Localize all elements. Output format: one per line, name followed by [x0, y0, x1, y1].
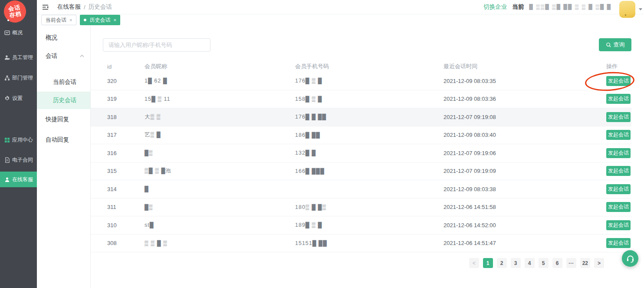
- breadcrumb-separator: /: [84, 4, 85, 10]
- start-session-button[interactable]: 发起会话: [606, 220, 631, 230]
- cell-time: 2021-12-06 14:51:58: [444, 204, 606, 210]
- customer-service-icon: [4, 176, 10, 182]
- submenu-item-auto-replies[interactable]: 自动回复: [37, 131, 90, 149]
- cell-nickname: █▒: [145, 150, 295, 156]
- cell-nickname: ▒█ ▒ █泡: [145, 167, 295, 175]
- start-session-button[interactable]: 发起会话: [606, 94, 631, 104]
- table-row: 310 st█ 189█ ▒ █ 2021-12-06 14:52:00 发起会…: [91, 216, 631, 235]
- contract-icon: [4, 157, 10, 163]
- apps-grid-icon: [4, 137, 10, 143]
- page-button[interactable]: >: [594, 258, 604, 268]
- headset-icon: [626, 254, 635, 263]
- sidebar-item-staff[interactable]: 员工管理: [0, 50, 37, 65]
- header-right: 切换企业 当前 █ ▒▒█ ▒█ ██ ▒ ▒ █ ▒█ █: [483, 3, 611, 11]
- start-session-button[interactable]: 发起会话: [606, 238, 631, 248]
- cell-nickname: 艺▒ █: [145, 131, 295, 139]
- cell-time: 2021-12-07 09:19:08: [444, 114, 606, 120]
- submenu-item-history-sessions[interactable]: 历史会话: [37, 92, 90, 109]
- search-icon: [606, 42, 611, 48]
- breadcrumb-root[interactable]: 在线客服: [57, 3, 81, 11]
- cell-nickname: █▒: [145, 204, 295, 210]
- page-button[interactable]: 4: [525, 258, 535, 268]
- table-body: 320 1█ 62 █ 176█ ▒ █ 2021-12-09 08:03:35…: [91, 72, 631, 252]
- sidebar-item-label: 在线客服: [12, 176, 33, 183]
- submenu-item-overview[interactable]: 概况: [37, 29, 90, 46]
- query-button[interactable]: 查询: [599, 38, 631, 51]
- page-button[interactable]: ···: [566, 258, 576, 268]
- overview-icon: [4, 30, 10, 36]
- caret-down-icon[interactable]: [639, 8, 642, 10]
- cell-phone: 15151█ ██: [295, 240, 444, 246]
- cell-phone: 189█ ▒ █: [295, 222, 444, 228]
- submenu-item-quick-replies[interactable]: 快捷回复: [37, 111, 90, 128]
- support-float-button[interactable]: [622, 250, 638, 267]
- sidebar-item-label: 部门管理: [12, 74, 33, 82]
- cell-time: 2021-12-09 08:03:35: [444, 78, 606, 84]
- start-session-button[interactable]: 发起会话: [606, 112, 631, 122]
- table-row: 318 大▒ ▒ 176█ █ ██ 2021-12-07 09:19:08 发…: [91, 108, 631, 126]
- close-icon[interactable]: ×: [69, 18, 72, 23]
- sidebar-item-app-center[interactable]: 应用中心: [0, 132, 37, 148]
- start-session-button[interactable]: 发起会话: [606, 166, 631, 176]
- cell-id: 317: [107, 132, 145, 138]
- tab-history-sessions[interactable]: 历史会话 ×: [80, 15, 120, 25]
- sidebar-item-overview[interactable]: 概况: [0, 25, 37, 40]
- cell-id: 311: [107, 204, 145, 210]
- start-session-button[interactable]: 发起会话: [606, 76, 631, 86]
- start-session-button[interactable]: 发起会话: [606, 202, 631, 212]
- page-button[interactable]: 3: [511, 258, 521, 268]
- gear-icon: [4, 95, 10, 101]
- start-session-button[interactable]: 发起会话: [606, 184, 631, 194]
- sidebar-item-department[interactable]: 部门管理: [0, 70, 37, 86]
- col-nickname: 会员昵称: [145, 63, 295, 70]
- sidebar-item-label: 概况: [12, 29, 23, 36]
- col-id: id: [107, 63, 145, 70]
- page-button[interactable]: <: [469, 258, 479, 268]
- close-icon[interactable]: ×: [113, 18, 116, 23]
- staff-icon: [4, 54, 10, 60]
- table-row: 316 █▒ 132█ █ 2021-12-07 09:19:06 发起会话: [91, 144, 631, 162]
- cell-phone: 166█ ███: [295, 168, 444, 174]
- page-button[interactable]: 2: [497, 258, 507, 268]
- top-header: 在线客服 / 历史会话 切换企业 当前 █ ▒▒█ ▒█ ██ ▒ ▒ █ ▒█…: [37, 0, 644, 14]
- avatar[interactable]: [619, 1, 635, 18]
- cell-id: 319: [107, 96, 145, 102]
- chevron-up-icon: [80, 55, 84, 57]
- pagination: <123456···22>: [469, 258, 604, 268]
- page-button[interactable]: 5: [539, 258, 549, 268]
- page-button[interactable]: 6: [552, 258, 562, 268]
- cell-nickname: 1█ 62 █: [145, 78, 295, 84]
- sidebar-item-e-contract[interactable]: 电子合同: [0, 152, 37, 168]
- col-action: 操作: [606, 63, 631, 70]
- active-dot: [84, 19, 86, 21]
- table-row: 308 ▒ ▒ █ ▒ 15151█ ██ 2021-12-06 14:51:4…: [91, 235, 631, 253]
- sidebar-item-online-service[interactable]: 在线客服: [0, 172, 37, 187]
- tab-current-sessions[interactable]: 当前会话 ×: [41, 15, 76, 25]
- switch-company-link[interactable]: 切换企业: [483, 3, 507, 11]
- cell-nickname: 15█ ▒ 11: [145, 96, 295, 102]
- breadcrumb-current: 历史会话: [89, 3, 112, 11]
- submenu-item-current-sessions[interactable]: 当前会话: [37, 73, 90, 91]
- cell-nickname: st█: [145, 222, 295, 228]
- sidebar-item-settings[interactable]: 设置: [0, 90, 37, 106]
- secondary-sidebar: 概况 会话 当前会话 历史会话 快捷回复 自动回复: [37, 26, 91, 288]
- menu-fold-icon[interactable]: [42, 4, 49, 10]
- page-button[interactable]: 1: [483, 258, 493, 268]
- cell-phone: 176█ █ ██: [295, 114, 444, 120]
- cell-id: 315: [107, 168, 145, 174]
- cell-nickname: ▒ ▒ █ ▒: [145, 240, 295, 246]
- current-company-label: 当前: [512, 3, 524, 11]
- cell-id: 310: [107, 222, 145, 228]
- table-row: 320 1█ 62 █ 176█ ▒ █ 2021-12-09 08:03:35…: [91, 72, 631, 90]
- cell-phone: 186█ ██: [295, 132, 444, 138]
- submenu-item-sessions[interactable]: 会话: [37, 47, 90, 65]
- breadcrumb: 在线客服 / 历史会话: [57, 3, 112, 11]
- cell-phone: 158█ ▒ █: [295, 96, 444, 102]
- cell-time: 2021-12-07 09:19:09: [444, 168, 606, 174]
- search-input[interactable]: [103, 38, 210, 52]
- sidebar-item-label: 电子合同: [12, 156, 33, 164]
- sidebar-item-label: 设置: [12, 95, 23, 102]
- start-session-button[interactable]: 发起会话: [606, 130, 631, 140]
- start-session-button[interactable]: 发起会话: [606, 148, 631, 158]
- page-button[interactable]: 22: [580, 258, 590, 268]
